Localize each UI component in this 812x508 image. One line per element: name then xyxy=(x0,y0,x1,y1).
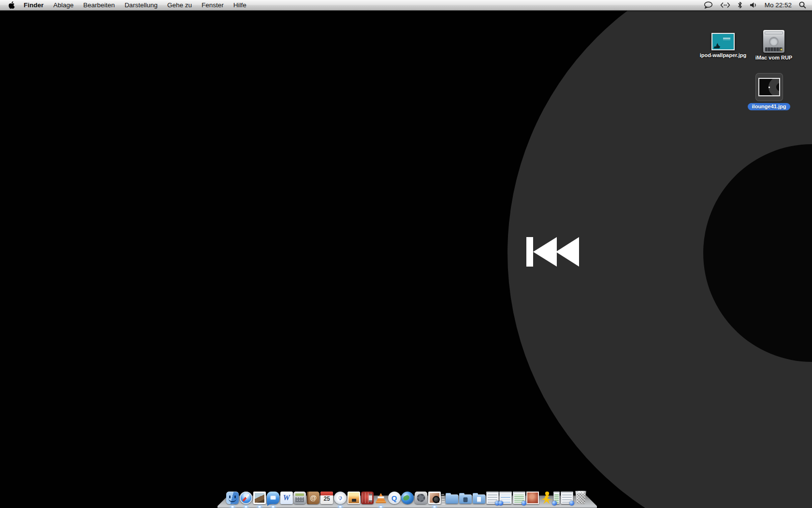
aim-dock-icon[interactable] xyxy=(540,492,552,504)
running-indicator xyxy=(244,506,248,508)
photobooth-dock-icon[interactable] xyxy=(361,492,374,504)
spotlight-icon[interactable] xyxy=(799,1,806,9)
icon-label: iMac vom RUP xyxy=(755,55,792,60)
window-doc-dock-icon[interactable] xyxy=(486,492,499,504)
sysprefs-dock-icon[interactable] xyxy=(415,492,427,504)
running-indicator xyxy=(231,506,235,508)
desktop-icon-ilounge41-jpg-selected[interactable]: ilounge41.jpg xyxy=(742,73,796,110)
menubar-clock[interactable]: Mo 22:52 xyxy=(765,1,792,9)
running-indicator xyxy=(338,506,343,508)
folder-documents-dock-icon[interactable] xyxy=(473,492,485,504)
trash-dock-icon[interactable] xyxy=(574,491,588,504)
finder-dock-icon[interactable] xyxy=(226,492,239,504)
selection-highlight xyxy=(755,73,783,101)
menu-item-bearbeiten[interactable]: Bearbeiten xyxy=(78,0,119,11)
menu-bar-status-area: Mo 22:52 xyxy=(704,1,806,9)
wallpaper-rewind-icon xyxy=(526,237,579,267)
grab-dock-icon[interactable] xyxy=(428,492,441,504)
addressbook-dock-icon[interactable] xyxy=(307,492,319,504)
icon-layer xyxy=(463,497,467,502)
icon-label-selected: ilounge41.jpg xyxy=(748,103,791,110)
googleearth-dock-icon[interactable] xyxy=(401,492,414,504)
safari-dock-icon[interactable] xyxy=(240,492,252,504)
menu-item-fenster[interactable]: Fenster xyxy=(197,0,229,11)
sync-arrows-icon[interactable] xyxy=(720,2,730,8)
window-tall-dock-icon[interactable] xyxy=(553,492,560,504)
apple-logo-icon xyxy=(9,1,15,9)
menu-item-finder[interactable]: Finder xyxy=(19,0,48,11)
bluetooth-icon[interactable] xyxy=(738,1,742,9)
window-list-dock-icon[interactable] xyxy=(513,492,525,504)
photo-dock-icon[interactable] xyxy=(526,492,539,504)
menu-bar: FinderAblageBearbeitenDarstellungGehe zu… xyxy=(0,0,812,11)
apple-menu[interactable] xyxy=(6,1,19,9)
desktop-icon-ipod-wallpaper-jpg[interactable]: ipod-wallpaper.jpg xyxy=(700,33,746,58)
menu-item-gehe-zu[interactable]: Gehe zu xyxy=(162,0,197,11)
window-doc2-dock-icon[interactable] xyxy=(561,492,573,504)
folder-utilities-dock-icon[interactable] xyxy=(459,492,472,504)
iphoto-dock-icon[interactable] xyxy=(348,492,360,504)
icon-label: ipod-wallpaper.jpg xyxy=(700,52,747,58)
desktop-icon-imac-vom-rup[interactable]: iMac vom RUP xyxy=(752,30,796,60)
running-indicator xyxy=(378,506,383,508)
ichat-status-icon[interactable] xyxy=(704,1,713,9)
quicktime-dock-icon[interactable] xyxy=(388,492,401,504)
silhouette-figure xyxy=(714,43,720,48)
vlc-dock-icon[interactable] xyxy=(375,492,387,504)
icon-badge: 25 xyxy=(320,495,333,502)
word-dock-icon[interactable] xyxy=(280,492,293,504)
thumbnail-text-detail xyxy=(723,38,730,39)
running-indicator xyxy=(433,506,437,508)
icon-layer xyxy=(477,497,481,502)
preview-dock-icon[interactable] xyxy=(253,492,266,504)
icon-layer xyxy=(377,496,384,498)
menu-list: FinderAblageBearbeitenDarstellungGehe zu… xyxy=(19,0,251,11)
window-chat-dock-icon[interactable] xyxy=(499,492,512,504)
dock-separator xyxy=(441,494,445,506)
folder-dock-icon[interactable] xyxy=(446,492,458,504)
calculator-dock-icon[interactable] xyxy=(293,492,306,504)
desktop-wallpaper xyxy=(0,0,812,508)
hard-drive-icon xyxy=(763,30,784,53)
menu-item-darstellung[interactable]: Darstellung xyxy=(120,0,162,11)
ichat-dock-icon[interactable] xyxy=(267,492,279,504)
dock: 25 xyxy=(218,486,597,508)
jpeg-thumbnail-icon xyxy=(758,78,780,96)
menu-item-ablage[interactable]: Ablage xyxy=(48,0,78,11)
jpeg-thumbnail-icon xyxy=(711,33,735,50)
icon-layer xyxy=(552,501,557,506)
running-indicator xyxy=(271,506,275,508)
itunes-dock-icon[interactable] xyxy=(334,492,347,504)
icon-layer xyxy=(569,501,574,506)
ical-dock-icon[interactable]: 25 xyxy=(320,492,333,504)
menu-item-hilfe[interactable]: Hilfe xyxy=(229,0,251,11)
volume-icon[interactable] xyxy=(750,2,757,8)
running-indicator xyxy=(257,506,261,508)
dock-icon-row: 25 xyxy=(226,490,588,504)
